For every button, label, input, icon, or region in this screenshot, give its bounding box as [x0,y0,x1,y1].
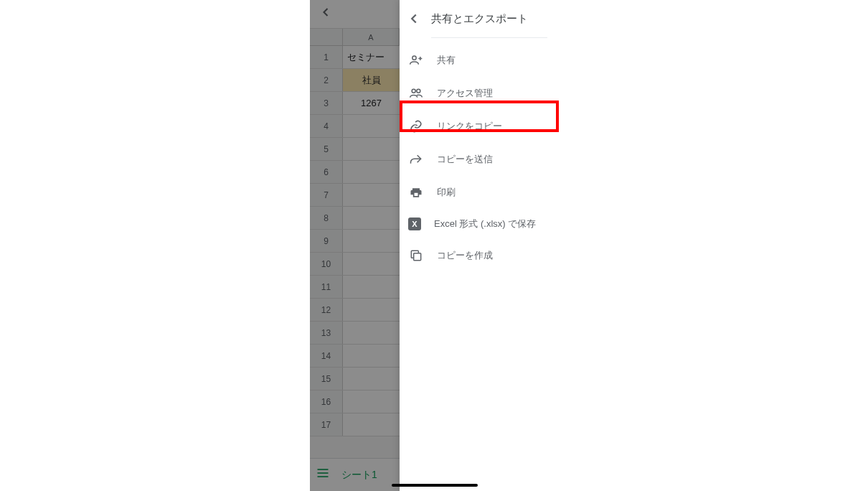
table-row: 16 [310,391,400,413]
sheet-tab[interactable]: シート1 [341,469,377,482]
menu-item-excel[interactable]: XExcel 形式 (.xlsx) で保存 [400,209,559,239]
cell[interactable] [343,345,400,367]
menu-list: 共有アクセス管理リンクをコピーコピーを送信印刷XExcel 形式 (.xlsx)… [400,41,559,272]
table-row: 5 [310,138,400,161]
sheet-rows: 1セミナー2社員312674567891011121314151617 [310,46,400,436]
table-row: 7 [310,184,400,207]
table-row: 2社員 [310,69,400,92]
panel-title: 共有とエクスポート [431,12,528,26]
excel-icon: X [408,218,421,230]
table-row: 13 [310,322,400,345]
panel-back-button[interactable] [405,10,423,27]
table-row: 9 [310,230,400,253]
row-header[interactable]: 11 [310,276,343,298]
hamburger-icon[interactable] [316,466,330,484]
row-header[interactable]: 16 [310,391,343,413]
row-header[interactable]: 6 [310,161,343,183]
cell[interactable] [343,230,400,252]
table-row: 15 [310,368,400,391]
svg-point-3 [412,56,416,60]
menu-item-send[interactable]: コピーを送信 [400,143,559,176]
cell[interactable] [343,299,400,321]
menu-item-link[interactable]: リンクをコピー [400,110,559,143]
row-header[interactable]: 5 [310,138,343,160]
table-row: 4 [310,115,400,138]
row-header[interactable]: 17 [310,413,343,436]
menu-item-people[interactable]: アクセス管理 [400,77,559,110]
svg-rect-1 [318,472,329,474]
cell[interactable]: 1267 [343,92,400,114]
person-add-icon [408,52,424,68]
svg-rect-0 [318,469,329,470]
people-icon [408,85,424,101]
table-row: 1セミナー [310,46,400,69]
table-row: 10 [310,253,400,276]
divider [431,37,547,38]
menu-item-label: コピーを送信 [437,153,493,166]
table-row: 8 [310,207,400,230]
menu-item-print[interactable]: 印刷 [400,176,559,209]
menu-item-label: 印刷 [437,186,456,199]
panel-header: 共有とエクスポート [400,0,559,37]
table-row: 14 [310,345,400,368]
cell[interactable] [343,207,400,229]
menu-item-label: コピーを作成 [437,249,493,262]
sheet-topbar [310,0,400,29]
cell[interactable] [343,322,400,344]
row-header[interactable]: 14 [310,345,343,367]
cell[interactable] [343,276,400,298]
row-header[interactable]: 8 [310,207,343,229]
link-icon [408,118,424,134]
table-row: 6 [310,161,400,184]
cell[interactable] [343,115,400,137]
phone-frame: A 1セミナー2社員312674567891011121314151617 シー… [310,0,559,491]
row-header[interactable]: 4 [310,115,343,137]
cell[interactable] [343,413,400,436]
column-header-a[interactable]: A [343,29,400,45]
svg-rect-2 [318,476,329,477]
svg-point-7 [417,89,420,93]
sheet-tabs: シート1 [310,458,400,491]
table-row: 11 [310,276,400,299]
svg-point-6 [412,89,415,93]
row-header[interactable]: 10 [310,253,343,275]
cell[interactable] [343,138,400,160]
row-header[interactable]: 15 [310,368,343,390]
row-header[interactable]: 1 [310,46,343,68]
table-row: 31267 [310,92,400,115]
row-header[interactable]: 2 [310,69,343,91]
cell[interactable] [343,184,400,206]
cell[interactable] [343,253,400,275]
row-header[interactable]: 9 [310,230,343,252]
menu-item-person-add[interactable]: 共有 [400,44,559,77]
menu-item-label: Excel 形式 (.xlsx) で保存 [434,218,536,230]
cell[interactable] [343,368,400,390]
print-icon [408,184,424,200]
menu-item-copy[interactable]: コピーを作成 [400,239,559,272]
menu-item-label: アクセス管理 [437,87,493,100]
back-icon[interactable] [319,5,333,23]
row-header[interactable]: 3 [310,92,343,114]
corner-cell [310,29,343,45]
home-indicator[interactable] [392,484,478,487]
copy-icon [408,248,424,263]
cell[interactable] [343,161,400,183]
row-header[interactable]: 7 [310,184,343,206]
cell[interactable]: セミナー [343,46,400,68]
row-header[interactable]: 12 [310,299,343,321]
table-row: 12 [310,299,400,322]
cell[interactable] [343,391,400,413]
share-export-panel: 共有とエクスポート 共有アクセス管理リンクをコピーコピーを送信印刷XExcel … [400,0,559,491]
svg-rect-8 [414,253,421,261]
cell[interactable]: 社員 [343,69,400,91]
row-header[interactable]: 13 [310,322,343,344]
spreadsheet-dimmed: A 1セミナー2社員312674567891011121314151617 シー… [310,0,400,491]
menu-item-label: リンクをコピー [437,120,502,133]
column-header-row: A [310,29,400,46]
table-row: 17 [310,413,400,436]
menu-item-label: 共有 [437,54,456,67]
send-icon [408,151,424,167]
